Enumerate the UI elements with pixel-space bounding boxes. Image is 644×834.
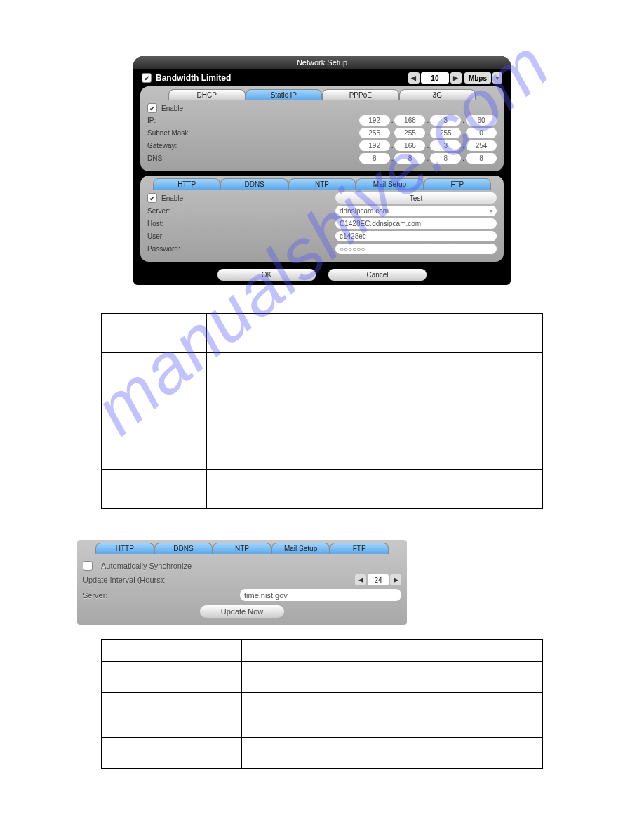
ip-seg[interactable]: 255: [430, 128, 461, 138]
ip-seg[interactable]: 168: [394, 140, 425, 151]
unit-dropdown-icon[interactable]: ▾: [492, 72, 502, 84]
tab-ftp[interactable]: FTP: [424, 178, 491, 190]
cancel-button[interactable]: Cancel: [328, 269, 427, 281]
tab-mailsetup[interactable]: Mail Setup: [356, 178, 423, 190]
host-label: Host:: [147, 220, 217, 227]
ip-seg[interactable]: 8: [394, 153, 425, 164]
autosync-label: Automatically Synchronize: [101, 562, 192, 570]
ip-input[interactable]: 192. 168. 3. 60: [359, 115, 497, 126]
tab-ddns[interactable]: DDNS: [220, 178, 288, 190]
ip-seg[interactable]: 255: [394, 128, 425, 138]
bandwidth-value: 10: [421, 72, 449, 84]
enable-label: Enable: [161, 105, 183, 112]
mask-label: Subnet Mask:: [147, 129, 217, 137]
test-button[interactable]: Test: [335, 192, 497, 204]
ip-seg[interactable]: 3: [430, 115, 461, 126]
table-cell: [102, 640, 242, 662]
ddns-enable-label: Enable: [161, 194, 183, 202]
user-input[interactable]: c1428ec: [335, 231, 497, 241]
bandwidth-label: Bandwidth Limited: [156, 73, 231, 83]
step-up-icon[interactable]: ▶: [450, 72, 462, 84]
dns-label: DNS:: [147, 154, 217, 162]
service-tabs: HTTP DDNS NTP Mail Setup FTP: [147, 178, 497, 190]
gateway-input[interactable]: 192. 168. 3. 254: [359, 140, 497, 151]
interval-label: Update Interval (Hours):: [83, 576, 165, 584]
ip-seg[interactable]: 192: [359, 115, 390, 126]
bandwidth-stepper[interactable]: ◀ 10 ▶: [408, 72, 462, 84]
tab-http[interactable]: HTTP: [95, 543, 154, 554]
ip-seg[interactable]: 168: [394, 115, 425, 126]
server-label: Server:: [147, 207, 217, 215]
ip-seg[interactable]: 0: [466, 128, 497, 138]
connection-box: DHCP Static IP PPPoE 3G Enable IP: 192. …: [140, 86, 504, 171]
bandwidth-unit[interactable]: Mbps: [464, 72, 491, 84]
step-up-icon[interactable]: ▶: [390, 574, 401, 585]
network-setup-window: Network Setup Bandwidth Limited ◀ 10 ▶ M…: [133, 56, 511, 285]
tab-mailsetup[interactable]: Mail Setup: [271, 543, 330, 554]
ip-seg[interactable]: 8: [359, 153, 390, 164]
autosync-checkbox[interactable]: [83, 561, 93, 571]
ip-seg[interactable]: 8: [466, 153, 497, 164]
server-value: ddnsipcam.com: [340, 207, 389, 215]
chevron-down-icon: ▾: [490, 208, 492, 214]
tab-http[interactable]: HTTP: [153, 178, 220, 190]
tab-ftp[interactable]: FTP: [330, 543, 389, 554]
ntp-tabs: HTTP DDNS NTP Mail Setup FTP: [83, 543, 401, 554]
ntp-description-table: [101, 639, 543, 769]
table-cell: [242, 640, 543, 662]
service-box: HTTP DDNS NTP Mail Setup FTP Enable Test…: [140, 176, 504, 262]
ok-button[interactable]: OK: [217, 269, 316, 281]
ip-seg[interactable]: 192: [359, 140, 390, 151]
password-label: Password:: [147, 245, 217, 253]
ip-seg[interactable]: 8: [430, 153, 461, 164]
window-title: Network Setup: [133, 56, 511, 69]
tab-ddns[interactable]: DDNS: [154, 543, 213, 554]
ddns-description-table: [101, 313, 543, 509]
gateway-label: Gateway:: [147, 142, 217, 150]
tab-ntp[interactable]: NTP: [213, 543, 271, 554]
tab-3g[interactable]: 3G: [399, 89, 476, 100]
ip-seg[interactable]: 254: [466, 140, 497, 151]
ntp-panel: HTTP DDNS NTP Mail Setup FTP Automatical…: [77, 540, 407, 625]
tab-dhcp[interactable]: DHCP: [168, 89, 246, 100]
enable-checkbox[interactable]: [147, 103, 157, 113]
connection-tabs: DHCP Static IP PPPoE 3G: [147, 89, 497, 100]
bandwidth-checkbox[interactable]: [142, 73, 152, 83]
interval-stepper[interactable]: ◀ 24 ▶: [355, 574, 401, 585]
tab-staticip[interactable]: Static IP: [246, 89, 323, 100]
table-cell: [102, 314, 207, 333]
step-down-icon[interactable]: ◀: [355, 574, 366, 585]
ntp-server-input[interactable]: time.nist.gov: [240, 589, 401, 601]
interval-value: 24: [368, 574, 389, 585]
tab-ntp[interactable]: NTP: [288, 178, 356, 190]
ip-seg[interactable]: 255: [359, 128, 390, 138]
user-label: User:: [147, 232, 217, 240]
mask-input[interactable]: 255. 255. 255. 0: [359, 128, 497, 138]
table-cell: [207, 314, 543, 333]
dns-input[interactable]: 8. 8. 8. 8: [359, 153, 497, 164]
server-select[interactable]: ddnsipcam.com ▾: [335, 206, 497, 216]
ntp-server-label: Server:: [83, 591, 107, 600]
ip-seg[interactable]: 60: [466, 115, 497, 126]
password-input[interactable]: ○○○○○○: [335, 244, 497, 254]
ddns-enable-checkbox[interactable]: [147, 193, 157, 203]
tab-pppoe[interactable]: PPPoE: [322, 89, 399, 100]
ip-seg[interactable]: 3: [430, 140, 461, 151]
step-down-icon[interactable]: ◀: [408, 72, 420, 84]
host-input[interactable]: C1428EC.ddnsipcam.com: [335, 218, 497, 229]
update-now-button[interactable]: Update Now: [200, 605, 284, 618]
ip-label: IP:: [147, 117, 217, 124]
